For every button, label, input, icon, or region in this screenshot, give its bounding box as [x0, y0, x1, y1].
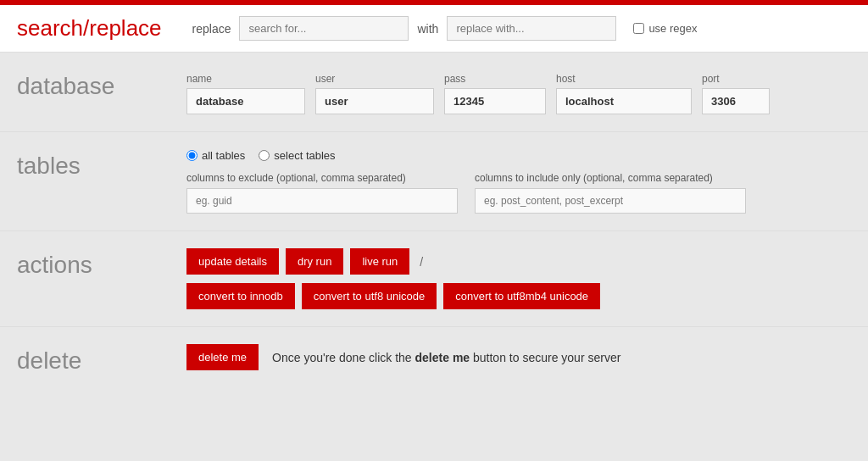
select-tables-label: select tables [274, 149, 335, 162]
db-pass-input[interactable] [444, 88, 546, 114]
tables-content: all tables select tables columns to excl… [186, 149, 851, 214]
db-pass-field: pass [444, 73, 546, 114]
select-tables-radio[interactable] [259, 150, 270, 161]
dry-run-button[interactable]: dry run [286, 248, 343, 275]
slash-separator: / [420, 255, 423, 269]
update-details-button[interactable]: update details [186, 248, 279, 275]
all-tables-radio[interactable] [186, 150, 198, 161]
delete-text-suffix: button to secure your server [470, 351, 620, 364]
delete-me-button[interactable]: delete me [186, 344, 259, 370]
include-input[interactable] [475, 188, 746, 214]
action-row-1: update details dry run live run / [186, 248, 851, 275]
exclude-column-group: columns to exclude (optional, comma sepa… [186, 172, 458, 214]
db-fields: name user pass host port [186, 73, 851, 114]
database-content: name user pass host port [186, 69, 851, 114]
exclude-input[interactable] [186, 188, 458, 214]
tables-radio-group: all tables select tables [186, 149, 851, 162]
db-name-field: name [186, 73, 305, 114]
search-input[interactable] [239, 16, 409, 41]
app-title: search/replace [17, 15, 162, 42]
action-row-2: convert to innodb convert to utf8 unicod… [186, 283, 851, 309]
include-label: columns to include only (optional, comma… [475, 172, 746, 184]
db-host-input[interactable] [556, 88, 692, 114]
replace-label: replace [192, 22, 231, 36]
select-tables-option[interactable]: select tables [259, 149, 335, 162]
db-port-input[interactable] [702, 88, 770, 114]
db-host-label: host [556, 73, 692, 85]
actions-content: update details dry run live run / conver… [186, 248, 851, 309]
delete-text-bold: delete me [415, 351, 470, 364]
all-tables-option[interactable]: all tables [186, 149, 245, 162]
actions-buttons: update details dry run live run / conver… [186, 248, 851, 309]
delete-description: Once you're done click the delete me but… [272, 351, 620, 364]
convert-utf8mb4-button[interactable]: convert to utf8mb4 unicode [443, 283, 600, 309]
delete-label: delete [17, 344, 186, 375]
include-column-group: columns to include only (optional, comma… [475, 172, 746, 214]
use-regex-checkbox[interactable] [633, 23, 644, 34]
replace-input[interactable] [447, 16, 616, 41]
database-section: database name user pass host port [0, 53, 868, 132]
title-prefix: search [17, 15, 83, 41]
db-host-field: host [556, 73, 692, 114]
columns-row: columns to exclude (optional, comma sepa… [186, 172, 851, 214]
all-tables-label: all tables [202, 149, 245, 162]
use-regex-text: use regex [648, 22, 697, 35]
actions-section: actions update details dry run live run … [0, 231, 868, 327]
convert-innodb-button[interactable]: convert to innodb [186, 283, 295, 309]
database-label: database [17, 69, 186, 100]
tables-label: tables [17, 149, 186, 180]
use-regex-label[interactable]: use regex [633, 22, 697, 35]
header-controls: replace with use regex [192, 16, 851, 41]
title-suffix: replace [89, 15, 161, 41]
with-label: with [417, 22, 438, 36]
delete-section: delete delete me Once you're done click … [0, 327, 868, 392]
delete-text-prefix: Once you're done click the [272, 351, 415, 364]
delete-section-content: delete me Once you're done click the del… [186, 344, 851, 370]
db-name-label: name [186, 73, 305, 85]
db-name-input[interactable] [186, 88, 305, 114]
db-port-label: port [702, 73, 770, 85]
db-pass-label: pass [444, 73, 546, 85]
live-run-button[interactable]: live run [350, 248, 409, 275]
convert-utf8-button[interactable]: convert to utf8 unicode [302, 283, 437, 309]
db-user-input[interactable] [315, 88, 434, 114]
db-port-field: port [702, 73, 770, 114]
db-user-label: user [315, 73, 434, 85]
delete-content: delete me Once you're done click the del… [186, 344, 851, 370]
db-user-field: user [315, 73, 434, 114]
header-section: search/replace replace with use regex [0, 5, 868, 53]
tables-section: tables all tables select tables columns … [0, 132, 868, 231]
actions-label: actions [17, 248, 186, 279]
exclude-label: columns to exclude (optional, comma sepa… [186, 172, 458, 184]
